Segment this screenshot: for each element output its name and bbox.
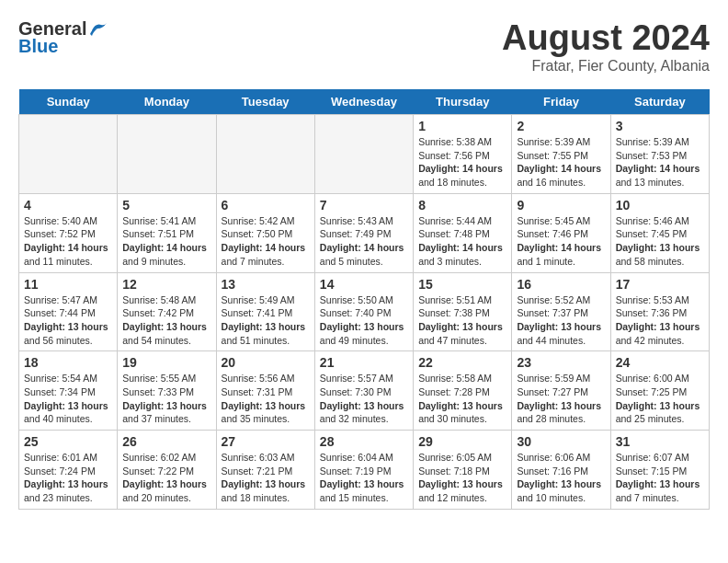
calendar-cell: 10Sunrise: 5:46 AMSunset: 7:45 PMDayligh… bbox=[610, 193, 709, 272]
cell-info: Sunrise: 6:05 AMSunset: 7:18 PMDaylight:… bbox=[418, 451, 506, 505]
calendar-cell: 23Sunrise: 5:59 AMSunset: 7:27 PMDayligh… bbox=[512, 351, 610, 431]
day-number: 8 bbox=[418, 198, 506, 213]
day-number: 3 bbox=[616, 119, 704, 133]
cell-info: Sunrise: 5:42 AMSunset: 7:50 PMDaylight:… bbox=[222, 214, 310, 269]
calendar-cell: 17Sunrise: 5:53 AMSunset: 7:36 PMDayligh… bbox=[610, 272, 709, 351]
calendar-cell: 11Sunrise: 5:47 AMSunset: 7:44 PMDayligh… bbox=[19, 272, 118, 351]
day-number: 28 bbox=[320, 434, 408, 449]
week-row-1: 1Sunrise: 5:38 AMSunset: 7:56 PMDaylight… bbox=[19, 115, 710, 194]
cell-info: Sunrise: 5:59 AMSunset: 7:27 PMDaylight:… bbox=[517, 372, 605, 426]
day-number: 21 bbox=[320, 355, 408, 370]
calendar-cell bbox=[314, 115, 413, 194]
calendar-cell: 8Sunrise: 5:44 AMSunset: 7:48 PMDaylight… bbox=[414, 193, 512, 272]
cell-info: Sunrise: 6:00 AMSunset: 7:25 PMDaylight:… bbox=[616, 372, 704, 426]
cell-info: Sunrise: 5:52 AMSunset: 7:37 PMDaylight:… bbox=[517, 293, 605, 348]
logo-blue: Blue bbox=[18, 36, 58, 57]
calendar-cell: 14Sunrise: 5:50 AMSunset: 7:40 PMDayligh… bbox=[314, 272, 413, 351]
calendar-cell: 3Sunrise: 5:39 AMSunset: 7:53 PMDaylight… bbox=[610, 115, 709, 194]
calendar-cell: 13Sunrise: 5:49 AMSunset: 7:41 PMDayligh… bbox=[216, 272, 314, 351]
cell-info: Sunrise: 5:45 AMSunset: 7:46 PMDaylight:… bbox=[517, 214, 605, 269]
day-number: 15 bbox=[418, 277, 506, 292]
page-header: General Blue August 2024 Fratar, Fier Co… bbox=[18, 18, 710, 75]
day-number: 5 bbox=[122, 198, 210, 213]
calendar-cell: 5Sunrise: 5:41 AMSunset: 7:51 PMDaylight… bbox=[118, 193, 216, 272]
cell-info: Sunrise: 5:39 AMSunset: 7:55 PMDaylight:… bbox=[517, 135, 605, 190]
cell-info: Sunrise: 6:07 AMSunset: 7:15 PMDaylight:… bbox=[616, 451, 704, 505]
cell-info: Sunrise: 5:44 AMSunset: 7:48 PMDaylight:… bbox=[418, 214, 506, 269]
calendar-cell: 31Sunrise: 6:07 AMSunset: 7:15 PMDayligh… bbox=[610, 431, 709, 510]
day-number: 2 bbox=[517, 119, 605, 133]
cell-info: Sunrise: 5:51 AMSunset: 7:38 PMDaylight:… bbox=[418, 293, 506, 348]
calendar-cell: 26Sunrise: 6:02 AMSunset: 7:22 PMDayligh… bbox=[118, 431, 216, 510]
cell-info: Sunrise: 5:38 AMSunset: 7:56 PMDaylight:… bbox=[418, 135, 506, 190]
cell-info: Sunrise: 5:55 AMSunset: 7:33 PMDaylight:… bbox=[122, 372, 210, 426]
calendar-cell: 18Sunrise: 5:54 AMSunset: 7:34 PMDayligh… bbox=[19, 351, 118, 431]
calendar-cell: 4Sunrise: 5:40 AMSunset: 7:52 PMDaylight… bbox=[19, 193, 118, 272]
day-number: 30 bbox=[517, 434, 605, 449]
cell-info: Sunrise: 5:46 AMSunset: 7:45 PMDaylight:… bbox=[616, 214, 704, 269]
calendar-subtitle: Fratar, Fier County, Albania bbox=[502, 58, 710, 75]
calendar-cell: 19Sunrise: 5:55 AMSunset: 7:33 PMDayligh… bbox=[118, 351, 216, 431]
calendar-cell bbox=[19, 115, 118, 194]
cell-info: Sunrise: 5:39 AMSunset: 7:53 PMDaylight:… bbox=[616, 135, 704, 190]
cell-info: Sunrise: 5:50 AMSunset: 7:40 PMDaylight:… bbox=[320, 293, 408, 348]
day-number: 14 bbox=[320, 277, 408, 292]
week-row-5: 25Sunrise: 6:01 AMSunset: 7:24 PMDayligh… bbox=[19, 431, 710, 510]
day-number: 27 bbox=[222, 434, 310, 449]
day-number: 4 bbox=[24, 198, 112, 213]
week-row-3: 11Sunrise: 5:47 AMSunset: 7:44 PMDayligh… bbox=[19, 272, 710, 351]
day-number: 12 bbox=[122, 277, 210, 292]
day-header-sunday: Sunday bbox=[19, 89, 118, 115]
cell-info: Sunrise: 6:03 AMSunset: 7:21 PMDaylight:… bbox=[222, 451, 310, 505]
header-row: SundayMondayTuesdayWednesdayThursdayFrid… bbox=[19, 89, 710, 115]
day-number: 29 bbox=[418, 434, 506, 449]
cell-info: Sunrise: 5:40 AMSunset: 7:52 PMDaylight:… bbox=[24, 214, 112, 269]
day-number: 18 bbox=[24, 355, 112, 370]
calendar-cell: 2Sunrise: 5:39 AMSunset: 7:55 PMDaylight… bbox=[512, 115, 610, 194]
calendar-cell: 6Sunrise: 5:42 AMSunset: 7:50 PMDaylight… bbox=[216, 193, 314, 272]
calendar-cell bbox=[216, 115, 314, 194]
cell-info: Sunrise: 5:53 AMSunset: 7:36 PMDaylight:… bbox=[616, 293, 704, 348]
day-number: 31 bbox=[616, 434, 704, 449]
cell-info: Sunrise: 5:49 AMSunset: 7:41 PMDaylight:… bbox=[222, 293, 310, 348]
day-number: 7 bbox=[320, 198, 408, 213]
day-number: 22 bbox=[418, 355, 506, 370]
day-number: 11 bbox=[24, 277, 112, 292]
day-header-thursday: Thursday bbox=[414, 89, 512, 115]
day-number: 9 bbox=[517, 198, 605, 213]
calendar-cell bbox=[118, 115, 216, 194]
calendar-title: August 2024 bbox=[502, 18, 710, 58]
week-row-2: 4Sunrise: 5:40 AMSunset: 7:52 PMDaylight… bbox=[19, 193, 710, 272]
day-number: 20 bbox=[222, 355, 310, 370]
day-number: 1 bbox=[418, 119, 506, 133]
day-number: 26 bbox=[122, 434, 210, 449]
day-number: 23 bbox=[517, 355, 605, 370]
title-area: August 2024 Fratar, Fier County, Albania bbox=[502, 18, 710, 75]
day-number: 19 bbox=[122, 355, 210, 370]
day-number: 25 bbox=[24, 434, 112, 449]
cell-info: Sunrise: 5:43 AMSunset: 7:49 PMDaylight:… bbox=[320, 214, 408, 269]
calendar-cell: 30Sunrise: 6:06 AMSunset: 7:16 PMDayligh… bbox=[512, 431, 610, 510]
calendar-cell: 27Sunrise: 6:03 AMSunset: 7:21 PMDayligh… bbox=[216, 431, 314, 510]
day-header-tuesday: Tuesday bbox=[216, 89, 314, 115]
logo-bird-icon bbox=[88, 21, 108, 38]
calendar-cell: 21Sunrise: 5:57 AMSunset: 7:30 PMDayligh… bbox=[314, 351, 413, 431]
week-row-4: 18Sunrise: 5:54 AMSunset: 7:34 PMDayligh… bbox=[19, 351, 710, 431]
calendar-cell: 12Sunrise: 5:48 AMSunset: 7:42 PMDayligh… bbox=[118, 272, 216, 351]
cell-info: Sunrise: 5:56 AMSunset: 7:31 PMDaylight:… bbox=[222, 372, 310, 426]
calendar-cell: 15Sunrise: 5:51 AMSunset: 7:38 PMDayligh… bbox=[414, 272, 512, 351]
cell-info: Sunrise: 6:06 AMSunset: 7:16 PMDaylight:… bbox=[517, 451, 605, 505]
day-number: 24 bbox=[616, 355, 704, 370]
cell-info: Sunrise: 6:01 AMSunset: 7:24 PMDaylight:… bbox=[24, 451, 112, 505]
day-number: 6 bbox=[222, 198, 310, 213]
day-number: 13 bbox=[222, 277, 310, 292]
cell-info: Sunrise: 6:02 AMSunset: 7:22 PMDaylight:… bbox=[122, 451, 210, 505]
cell-info: Sunrise: 5:57 AMSunset: 7:30 PMDaylight:… bbox=[320, 372, 408, 426]
calendar-cell: 29Sunrise: 6:05 AMSunset: 7:18 PMDayligh… bbox=[414, 431, 512, 510]
calendar-cell: 20Sunrise: 5:56 AMSunset: 7:31 PMDayligh… bbox=[216, 351, 314, 431]
calendar-cell: 1Sunrise: 5:38 AMSunset: 7:56 PMDaylight… bbox=[414, 115, 512, 194]
cell-info: Sunrise: 5:41 AMSunset: 7:51 PMDaylight:… bbox=[122, 214, 210, 269]
day-number: 17 bbox=[616, 277, 704, 292]
day-number: 10 bbox=[616, 198, 704, 213]
cell-info: Sunrise: 5:58 AMSunset: 7:28 PMDaylight:… bbox=[418, 372, 506, 426]
